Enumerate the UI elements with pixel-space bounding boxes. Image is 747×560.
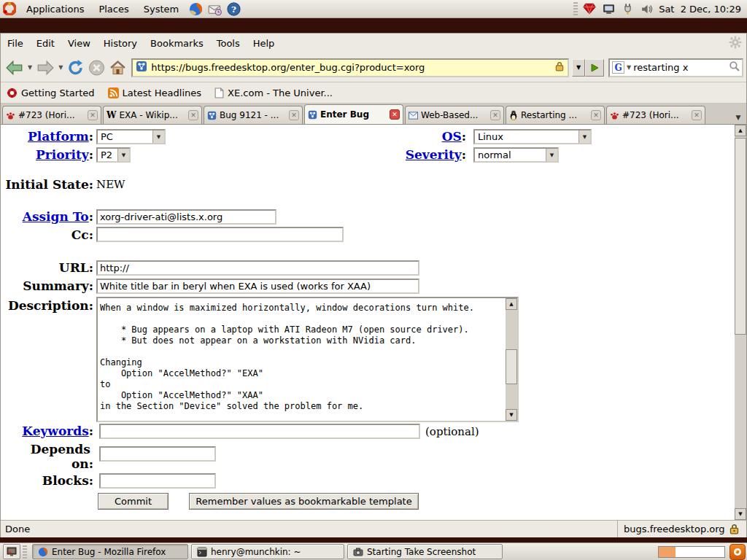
scroll-down-icon[interactable]: ▼ [735,508,746,520]
tab-close-icon[interactable]: ✕ [390,109,400,120]
initial-state-value: NEW [96,178,125,191]
priority-link[interactable]: Priority [36,147,89,162]
camera-icon [353,547,363,557]
search-magnifier-icon[interactable] [729,61,740,74]
back-button[interactable] [4,56,26,79]
menu-view[interactable]: View [61,34,97,52]
blocks-input[interactable] [99,473,216,489]
tab-bug-9121[interactable]: Bug 9121 - ... ✕ [204,106,303,124]
tasklist-handle[interactable] [23,545,27,559]
description-textarea[interactable]: When a window is maximized horizontally,… [96,297,519,422]
tab-bar: #723 (Hori... ✕ W EXA - Wikip... ✕ Bug 9… [1,104,746,125]
url-text[interactable]: https://bugs.freedesktop.org/enter_bug.c… [147,62,554,73]
stop-button[interactable] [86,56,107,79]
depends-on-input[interactable] [99,446,216,462]
firefox-launcher-icon[interactable] [188,1,203,16]
tab-close-icon[interactable]: ✕ [289,110,299,120]
display-settings-icon[interactable] [601,1,616,16]
reload-button[interactable] [65,56,86,79]
remember-template-button[interactable]: Remember values as bookmarkable template [189,493,419,510]
scroll-down-icon[interactable]: ▼ [506,409,517,421]
url-input[interactable] [96,260,419,276]
forward-dropdown[interactable]: ▼ [56,64,65,71]
url-bar[interactable]: https://bugs.freedesktop.org/enter_bug.c… [131,58,569,77]
page-scrollbar[interactable]: ▲ ▼ [735,125,746,520]
forward-arrow-icon [36,59,55,77]
go-arrow-icon [590,63,599,72]
mail-launcher-icon[interactable] [207,1,222,16]
gem-notifier-icon[interactable] [582,1,597,16]
tab-list-dropdown[interactable]: ▼ [732,114,745,121]
bookmark-getting-started[interactable]: Getting Started [7,88,95,98]
paw-icon [610,111,619,120]
severity-select[interactable]: normal▼ [473,147,559,163]
tab-723-horizontal-1[interactable]: #723 (Hori... ✕ [2,106,101,124]
throbber-gear-icon [729,36,742,51]
urlbar-history-dropdown[interactable]: ▼ [572,59,585,77]
menu-edit[interactable]: Edit [30,34,61,52]
task-screenshot-window[interactable]: Starting Take Screenshot [347,544,503,559]
scrollbar-thumb[interactable] [506,349,517,384]
keywords-link[interactable]: Keywords [22,424,88,438]
terminal-icon [197,547,207,557]
os-select[interactable]: Linux▼ [473,129,592,144]
tab-restarting[interactable]: Restarting ... ✕ [506,106,605,124]
tab-close-icon[interactable]: ✕ [490,110,500,120]
platform-link[interactable]: Platform [28,129,89,144]
home-button[interactable] [107,56,128,79]
tab-exa-wikipedia[interactable]: W EXA - Wikip... ✕ [103,106,202,124]
search-engine-dropdown[interactable]: ▼ [624,64,633,71]
textarea-scrollbar[interactable]: ▲ ▼ [506,298,517,421]
keywords-input[interactable] [99,424,420,439]
scroll-up-icon[interactable]: ▲ [506,298,517,310]
cc-input[interactable] [96,227,344,242]
show-desktop-button[interactable] [3,544,20,559]
power-plug-icon[interactable] [620,1,635,16]
ubuntu-logo-icon[interactable] [2,1,17,16]
bookmark-xe-com[interactable]: XE.com - The Univer... [214,88,333,98]
menu-file[interactable]: File [1,34,30,52]
commit-button[interactable]: Commit [98,493,169,510]
volume-icon[interactable] [639,1,654,16]
tab-close-icon[interactable]: ✕ [188,110,198,120]
search-bar[interactable]: G ▼ [608,58,743,77]
back-arrow-icon [5,59,24,77]
assign-to-input[interactable] [96,209,276,225]
os-link[interactable]: OS [442,129,462,144]
help-launcher-icon[interactable]: ? [226,1,241,16]
scroll-up-icon[interactable]: ▲ [735,125,746,136]
tab-enter-bug-active[interactable]: Enter Bug ✕ [304,104,403,124]
screenshot-applet-icon[interactable] [729,544,746,560]
priority-select[interactable]: P2▼ [96,147,131,163]
tab-close-icon[interactable]: ✕ [692,110,702,120]
forward-button[interactable] [34,56,56,79]
tab-close-icon[interactable]: ✕ [88,110,98,120]
panel-handle[interactable] [573,2,578,15]
menu-applications[interactable]: Applications [19,0,91,18]
firefox-menubar: File Edit View History Bookmarks Tools H… [1,34,746,53]
menu-system[interactable]: System [136,0,186,18]
scrollbar-thumb[interactable] [735,138,746,335]
assign-to-link[interactable]: Assign To [23,209,89,224]
panel-clock[interactable]: Sat 2 Dec, 10:29 [656,4,747,15]
progress-fill [659,547,676,557]
tab-723-horizontal-2[interactable]: #723 (Hori... ✕ [606,106,705,124]
task-terminal-window[interactable]: henry@munchkin: ~ [191,544,344,559]
menu-bookmarks[interactable]: Bookmarks [144,34,210,52]
bookmark-latest-headlines[interactable]: Latest Headlines [108,88,202,98]
menu-tools[interactable]: Tools [210,34,247,52]
search-input[interactable] [633,62,729,73]
tab-web-based[interactable]: Web-Based... ✕ [405,106,504,124]
priority-label: Priority [1,147,93,162]
menu-places[interactable]: Places [91,0,136,18]
menu-help[interactable]: Help [247,34,282,52]
site-favicon-freedesktop-icon [136,61,147,74]
go-button[interactable] [585,59,604,77]
platform-select[interactable]: PC▼ [96,129,166,144]
severity-link[interactable]: Severity [406,147,462,162]
menu-history[interactable]: History [97,34,144,52]
task-firefox-window[interactable]: Enter Bug - Mozilla Firefox [32,544,188,559]
back-dropdown[interactable]: ▼ [26,64,34,71]
getting-started-icon [7,88,18,98]
tab-close-icon[interactable]: ✕ [591,110,601,120]
